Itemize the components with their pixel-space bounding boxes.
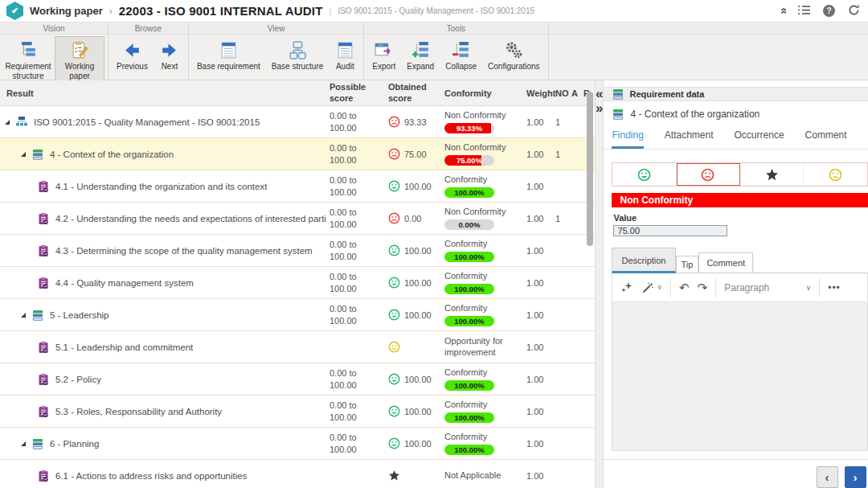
conformity-cell: Opportunity for improvement — [443, 336, 525, 359]
undo-icon[interactable]: ↶ — [679, 281, 690, 293]
subtab-tip[interactable]: Tip — [676, 256, 699, 273]
obtained-score-cell: 93.33 — [387, 116, 443, 128]
mood-option-sad-face[interactable] — [677, 163, 740, 186]
orgchart-icon — [15, 116, 28, 129]
description-textarea[interactable] — [612, 302, 866, 450]
table-scrollbar[interactable] — [587, 92, 593, 246]
sad-face-icon — [388, 212, 400, 224]
redo-icon[interactable]: ↷ — [698, 281, 708, 293]
table-row[interactable]: 5.3 - Roles, Responsability and Authorit… — [0, 396, 595, 428]
conformity-label: Conformity — [444, 174, 523, 186]
tab-attachment[interactable]: Attachment — [665, 125, 714, 149]
ribbon-group-tools: ToolsExportExpandCollapseConfigurations — [364, 23, 548, 80]
obtained-score-cell: 0.00 — [387, 212, 443, 224]
toolbar-button-requirement-structure[interactable]: Requirement structure — [3, 36, 53, 82]
tab-finding[interactable]: Finding — [612, 125, 643, 149]
table-row[interactable]: 4.3 - Determining the scope of the quali… — [0, 235, 595, 267]
conformity-label: Not Applicable — [444, 470, 523, 482]
gears-icon — [503, 39, 524, 60]
table-row[interactable]: 5.2 - Policy0.00 to100.00100.00Conformit… — [0, 363, 595, 396]
toolbar-button-base-structure[interactable]: Base structure — [267, 36, 328, 78]
conformity-label: Conformity — [444, 239, 523, 250]
page-subtitle: ISO 9001:2015 - Quality Management - ISO… — [338, 6, 534, 15]
toolbar-button-export[interactable]: Export — [367, 36, 400, 78]
clipboard-icon — [37, 341, 50, 354]
conformity-progress-pill: 75.00% — [444, 155, 494, 166]
obtained-score-cell: 100.00 — [387, 244, 443, 256]
table-row[interactable]: ISO 9001:2015 - Quality Management - ISO… — [0, 106, 595, 138]
obtained-score-value: 100.00 — [404, 375, 432, 384]
mood-option-star[interactable] — [740, 163, 804, 186]
result-cell: 6 - Planning — [0, 437, 328, 450]
more-options-icon[interactable]: ••• — [828, 283, 841, 293]
table-row[interactable]: 6.1 - Actions to address risks and oppor… — [0, 460, 595, 488]
toolbar-button-collapse[interactable]: Collapse — [440, 36, 481, 78]
row-label: 4.1 - Understanding the organization and… — [55, 182, 267, 191]
index-list-icon[interactable] — [798, 5, 810, 17]
paragraph-style-select[interactable]: Paragraph∨ — [724, 282, 811, 293]
expand-arrow-icon[interactable] — [21, 152, 26, 157]
toolbar-button-next[interactable]: Next — [154, 36, 185, 78]
result-cell: 5.1 - Leadership and commitment — [0, 341, 328, 354]
toolbar-button-expand[interactable]: Expand — [402, 36, 439, 78]
toolbar-button-configurations[interactable]: Configurations — [483, 36, 544, 78]
subtab-description[interactable]: Description — [612, 248, 675, 273]
conformity-progress-pill: 100.00% — [444, 252, 494, 262]
result-cell: 5.3 - Roles, Responsability and Authorit… — [0, 405, 328, 418]
results-table-body: ISO 9001:2015 - Quality Management - ISO… — [0, 106, 595, 488]
value-input[interactable] — [613, 225, 727, 236]
row-label: 4.2 - Understanding the needs and expect… — [55, 214, 326, 223]
expand-arrow-icon[interactable] — [21, 441, 26, 446]
conformity-progress-pill: 100.00% — [444, 284, 494, 294]
expand-panel-icon[interactable]: » — [596, 101, 603, 116]
obtained-score-value: 100.00 — [404, 182, 432, 191]
expand-arrow-icon[interactable] — [21, 313, 26, 318]
result-cell: 5.2 - Policy — [0, 373, 328, 386]
conformity-label: Non Conformity — [444, 110, 523, 121]
table-row[interactable]: 5.1 - Leadership and commitmentOpportuni… — [0, 331, 595, 363]
toolbar-button-working-paper[interactable]: Working paper — [55, 36, 104, 82]
mood-option-happy-face[interactable] — [612, 163, 676, 186]
app-logo-icon: ✔ — [6, 2, 23, 20]
toolbar-button-audit[interactable]: Audit — [330, 36, 360, 78]
org-structure-icon — [287, 39, 308, 60]
table-row[interactable]: 4.4 - Quality management system0.00 to10… — [0, 267, 595, 299]
toolbar-button-base-requirement[interactable]: Base requirement — [192, 36, 265, 78]
requirement-data-panel: Requirement data 4 - Context of the orga… — [604, 80, 868, 488]
tab-comment[interactable]: Comment — [805, 125, 847, 149]
ai-sparkles-icon[interactable] — [620, 281, 633, 294]
expand-arrow-icon[interactable] — [5, 120, 10, 125]
conformity-cell: Non Conformity0.00% — [443, 207, 525, 231]
previous-requirement-button[interactable]: ‹ — [817, 466, 838, 488]
next-requirement-button[interactable]: › — [845, 466, 866, 488]
weight-cell: 1.00 — [525, 150, 554, 159]
table-row[interactable]: 6 - Planning0.00 to100.00100.00Conformit… — [0, 428, 595, 460]
help-icon[interactable]: ? — [823, 5, 835, 17]
toolbar-button-previous[interactable]: Previous — [112, 36, 153, 78]
table-row[interactable]: 4.1 - Understanding the organization and… — [0, 170, 595, 203]
refresh-icon[interactable] — [848, 4, 860, 18]
results-table: ResultPossible scoreObtained scoreConfor… — [0, 80, 595, 488]
tab-occurrence[interactable]: Occurrence — [735, 125, 784, 149]
expand-tree-icon — [410, 39, 431, 60]
table-row[interactable]: 4.2 - Understanding the needs and expect… — [0, 203, 595, 235]
collapse-ribbon-icon[interactable]: » — [779, 5, 785, 17]
breadcrumb-app[interactable]: Working paper — [30, 5, 103, 17]
page-title: 22003 - ISO 9001 INTERNAL AUDIT — [119, 4, 323, 18]
obtained-score-cell: 100.00 — [387, 437, 443, 449]
title-separator: | — [330, 6, 332, 16]
weight-cell: 1.00 — [525, 117, 554, 127]
row-label: 4.4 - Quality management system — [55, 278, 194, 288]
conformity-cell: Not Applicable — [443, 470, 525, 482]
table-row[interactable]: 5 - Leadership0.00 to100.00100.00Conform… — [0, 299, 595, 331]
magic-wand-icon[interactable]: ∨ — [641, 281, 662, 294]
mood-option-neutral-face[interactable] — [804, 163, 866, 186]
table-row[interactable]: 4 - Context of the organization0.00 to10… — [0, 138, 595, 170]
subtab-comment[interactable]: Comment — [698, 252, 753, 273]
obtained-score-cell — [387, 470, 443, 482]
conformity-cell: Conformity100.00% — [443, 367, 525, 392]
layers-icon — [31, 437, 44, 450]
conformity-label: Non Conformity — [444, 142, 523, 154]
collapse-panel-icon[interactable]: « — [596, 87, 603, 101]
conformity-cell: Conformity100.00% — [443, 239, 525, 263]
